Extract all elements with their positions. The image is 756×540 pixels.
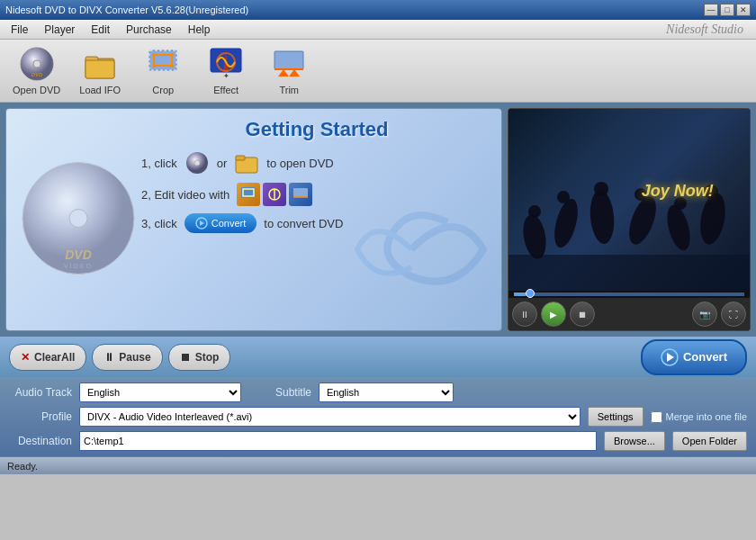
- app-title: Nidesoft DVD to DIVX Converter V5.6.28(U…: [5, 4, 248, 15]
- step3-text: 3, click: [141, 217, 177, 230]
- open-folder-button[interactable]: Open Folder: [672, 431, 747, 451]
- menu-purchase[interactable]: Purchase: [119, 22, 179, 38]
- settings-area: Audio Track English Subtitle English Pro…: [0, 377, 756, 456]
- pause-button[interactable]: ⏸ Pause: [92, 344, 162, 371]
- load-ifo-label: Load IFO: [79, 85, 121, 95]
- effect-icon-small: [263, 183, 286, 206]
- main-content: DVD VIDEO Getting Started 1, click or: [0, 103, 756, 337]
- preview-progress-bar[interactable]: [514, 292, 744, 296]
- svg-point-39: [528, 205, 541, 218]
- audio-track-label: Audio Track: [9, 386, 72, 399]
- crop-icon-small: [237, 183, 260, 206]
- minimize-button[interactable]: —: [704, 4, 718, 16]
- merge-checkbox[interactable]: [651, 411, 662, 423]
- play-button[interactable]: ▶: [541, 302, 566, 327]
- silhouettes: [508, 111, 750, 291]
- fullscreen-button[interactable]: ⛶: [721, 302, 746, 327]
- convert-main-button[interactable]: Convert: [641, 339, 747, 375]
- load-folder-icon-small: [234, 150, 259, 176]
- trim-button[interactable]: Trim: [262, 42, 316, 99]
- merge-label[interactable]: Merge into one file: [651, 411, 748, 423]
- clear-all-button[interactable]: ✕ ClearAll: [9, 344, 86, 371]
- svg-point-23: [69, 210, 87, 228]
- settings-button[interactable]: Settings: [588, 407, 644, 427]
- close-button[interactable]: ✕: [736, 4, 751, 16]
- svg-rect-6: [86, 60, 114, 78]
- stop-playback-button[interactable]: ⏹: [570, 302, 595, 327]
- preview-controls: ⏸ ▶ ⏹ 📷 ⛶: [508, 298, 750, 330]
- menu-items: File Player Edit Purchase Help: [4, 22, 217, 38]
- svg-point-11: [170, 53, 174, 57]
- toolbar: DVD Open DVD Load IFO Crop: [0, 40, 756, 103]
- maximize-button[interactable]: □: [720, 4, 734, 16]
- svg-point-46: [663, 202, 695, 253]
- window-controls: — □ ✕: [704, 4, 751, 16]
- svg-text:✦: ✦: [223, 72, 230, 80]
- svg-text:DVD: DVD: [31, 72, 42, 77]
- crop-label: Crop: [152, 85, 174, 95]
- menu-file[interactable]: File: [4, 22, 35, 38]
- preview-panel: Joy Now! ⏸ ▶ ⏹ 📷 ⛶: [508, 108, 751, 331]
- convert-main-icon: [661, 348, 679, 366]
- clearall-x-icon: ✕: [21, 351, 30, 364]
- svg-rect-29: [236, 156, 245, 160]
- subtitle-select[interactable]: English: [319, 382, 454, 402]
- stop-label: Stop: [195, 351, 220, 364]
- crop-icon: [145, 46, 181, 82]
- effect-icon: ✦: [208, 46, 244, 82]
- destination-input[interactable]: [79, 431, 597, 451]
- menu-player[interactable]: Player: [37, 22, 82, 38]
- load-ifo-button[interactable]: Load IFO: [73, 42, 127, 99]
- step1-or: or: [217, 157, 228, 170]
- audio-track-row: Audio Track English Subtitle English: [9, 382, 747, 402]
- convert-label-inline: Convert: [212, 218, 247, 229]
- screenshot-button[interactable]: 📷: [692, 302, 717, 327]
- crop-button[interactable]: Crop: [136, 42, 190, 99]
- trim-label: Trim: [279, 85, 299, 95]
- open-dvd-label: Open DVD: [13, 85, 60, 95]
- menu-edit[interactable]: Edit: [84, 22, 117, 38]
- browse-button[interactable]: Browse...: [604, 431, 665, 451]
- getting-started-panel: DVD VIDEO Getting Started 1, click or: [5, 108, 502, 331]
- menu-bar: File Player Edit Purchase Help Nidesoft …: [0, 20, 756, 40]
- joy-text: Joy Now!: [642, 182, 714, 201]
- profile-label: Profile: [9, 410, 72, 423]
- svg-rect-18: [274, 51, 303, 69]
- pause-label: Pause: [119, 351, 150, 364]
- svg-point-38: [520, 212, 549, 260]
- svg-point-40: [550, 196, 582, 250]
- svg-text:DVD: DVD: [65, 248, 92, 262]
- stop-button[interactable]: ⏹ Stop: [168, 344, 231, 371]
- pause-icon: ⏸: [104, 351, 114, 364]
- step1-text: 1, click: [141, 157, 177, 170]
- dvd-decoration: DVD VIDEO: [20, 160, 137, 280]
- convert-main-label: Convert: [683, 350, 727, 364]
- profile-select[interactable]: DIVX - Audio Video Interleaved (*.avi): [79, 407, 580, 427]
- trim-icon-small: [289, 183, 312, 206]
- profile-row: Profile DIVX - Audio Video Interleaved (…: [9, 407, 747, 427]
- status-bar: Ready.: [0, 456, 756, 474]
- svg-text:VIDEO: VIDEO: [64, 263, 93, 269]
- svg-rect-34: [293, 188, 308, 197]
- svg-point-43: [594, 182, 608, 196]
- destination-label: Destination: [9, 435, 72, 447]
- open-dvd-button[interactable]: DVD Open DVD: [9, 42, 64, 99]
- step2-text: 2, Edit video with: [141, 188, 230, 202]
- destination-row: Destination Browse... Open Folder: [9, 431, 747, 451]
- dvd-icon: DVD: [19, 46, 55, 82]
- audio-track-select[interactable]: English: [79, 382, 241, 402]
- stop-icon: ⏹: [180, 351, 191, 364]
- convert-button-inline[interactable]: Convert: [184, 213, 257, 233]
- effect-label: Effect: [213, 85, 238, 95]
- pause-playback-button[interactable]: ⏸: [512, 302, 537, 327]
- svg-point-27: [194, 160, 200, 166]
- status-text: Ready.: [7, 461, 38, 472]
- action-bar: ✕ ClearAll ⏸ Pause ⏹ Stop Convert: [0, 337, 756, 377]
- menu-help[interactable]: Help: [181, 22, 218, 38]
- preview-progress-thumb[interactable]: [526, 289, 535, 298]
- svg-point-41: [557, 191, 570, 203]
- effect-button[interactable]: ✦ Effect: [199, 42, 253, 99]
- title-bar: Nidesoft DVD to DIVX Converter V5.6.28(U…: [0, 0, 756, 20]
- svg-marker-20: [278, 69, 289, 76]
- svg-marker-21: [289, 69, 300, 76]
